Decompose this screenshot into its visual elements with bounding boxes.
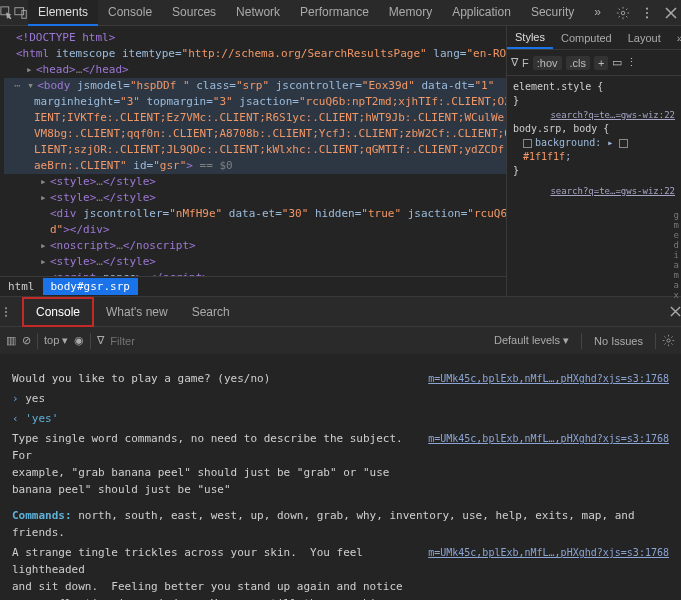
tab-console[interactable]: Console [98, 0, 162, 26]
console-line: Would you like to play a game? (yes/no) [12, 370, 414, 387]
device-toggle-icon[interactable] [14, 0, 28, 26]
source-link[interactable]: m=UMk45c,bplExb,nMfL…,pHXghd?xjs=s3:1768 [428, 430, 669, 447]
tab-more[interactable]: » [669, 28, 681, 48]
svg-point-9 [5, 314, 7, 316]
source-link[interactable]: m=UMk45c,bplExb,nMfL…,pHXghd?xjs=s3:1768 [428, 370, 669, 387]
crumb-html[interactable]: html [0, 278, 43, 295]
elements-tree[interactable]: <!DOCTYPE html> <html itemscope itemtype… [0, 26, 506, 276]
tab-network[interactable]: Network [226, 0, 290, 26]
drawer-tabs: Console What's new Search [0, 296, 681, 326]
gear-icon[interactable] [662, 334, 675, 347]
console-line: Type single word commands, no need to de… [12, 430, 414, 498]
svg-point-6 [646, 16, 648, 18]
tab-computed[interactable]: Computed [553, 28, 620, 48]
console-toolbar: ▥ ⊘ top ▾ ◉ ∇ Default levels ▾ No Issues [0, 326, 681, 354]
drawer-tab-console[interactable]: Console [22, 297, 94, 327]
sidebar-toggle-icon[interactable]: ▥ [6, 334, 16, 347]
styles-pane: Styles Computed Layout » ∇ F :hov .cls +… [506, 26, 681, 296]
filter-input[interactable] [110, 335, 190, 347]
tab-more[interactable]: » [584, 0, 611, 26]
rule-selector: body.srp, body { [513, 122, 675, 136]
add-rule-icon[interactable]: + [594, 56, 608, 70]
more-icon[interactable]: ⋮ [626, 56, 637, 69]
issues-count[interactable]: No Issues [588, 333, 649, 349]
tab-sources[interactable]: Sources [162, 0, 226, 26]
drawer-tab-whatsnew[interactable]: What's new [94, 299, 180, 325]
filter-icon[interactable]: ∇ [97, 334, 104, 347]
css-prop[interactable]: background: ▸ #1f1f1f; [513, 136, 675, 164]
brace: } [513, 164, 675, 178]
tab-security[interactable]: Security [521, 0, 584, 26]
styles-body[interactable]: element.style { } search?q=te…=gws-wiz:2… [507, 76, 681, 202]
drawer-tab-search[interactable]: Search [180, 299, 242, 325]
svg-point-5 [646, 11, 648, 13]
console-input-echo: yes [25, 392, 45, 405]
filter-icon[interactable]: ∇ [511, 56, 518, 69]
media-letters: gmediamax [674, 210, 679, 296]
svg-point-3 [621, 11, 625, 15]
tab-styles[interactable]: Styles [507, 27, 553, 49]
doctype: <!DOCTYPE html> [16, 31, 115, 44]
context-selector[interactable]: top ▾ [44, 334, 68, 347]
kebab-icon[interactable] [0, 306, 22, 318]
computed-styles-icon[interactable]: ▭ [612, 56, 622, 69]
filter-label: F [522, 57, 529, 69]
tab-layout[interactable]: Layout [620, 28, 669, 48]
svg-point-10 [667, 339, 670, 342]
devtools-toolbar: Elements Console Sources Network Perform… [0, 0, 681, 26]
brace: } [513, 94, 675, 108]
console-line: A strange tingle trickles across your sk… [12, 544, 414, 600]
svg-point-4 [646, 7, 648, 9]
element-style-selector: element.style { [513, 80, 675, 94]
tab-application[interactable]: Application [442, 0, 521, 26]
tab-performance[interactable]: Performance [290, 0, 379, 26]
main-row: <!DOCTYPE html> <html itemscope itemtype… [0, 26, 681, 296]
close-icon[interactable] [659, 0, 681, 26]
tab-memory[interactable]: Memory [379, 0, 442, 26]
kebab-icon[interactable] [635, 0, 659, 26]
tab-elements[interactable]: Elements [28, 0, 98, 26]
console-return: 'yes' [25, 412, 58, 425]
source-link[interactable]: m=UMk45c,bplExb,nMfL…,pHXghd?xjs=s3:1768 [428, 544, 669, 561]
breadcrumb[interactable]: html body#gsr.srp [0, 276, 506, 296]
inspect-icon[interactable] [0, 0, 14, 26]
styles-tabs: Styles Computed Layout » [507, 26, 681, 50]
console-line: Commands: north, south, east, west, up, … [12, 507, 669, 541]
gear-icon[interactable] [611, 0, 635, 26]
log-levels[interactable]: Default levels ▾ [488, 332, 575, 349]
svg-point-7 [5, 307, 7, 309]
rule-source-link[interactable]: search?q=te…=gws-wiz:22 [513, 184, 675, 198]
crumb-body[interactable]: body#gsr.srp [43, 278, 138, 295]
cls-toggle[interactable]: .cls [566, 56, 591, 70]
clear-console-icon[interactable]: ⊘ [22, 334, 31, 347]
svg-point-8 [5, 311, 7, 313]
styles-filter-bar: ∇ F :hov .cls + ▭ ⋮ [507, 50, 681, 76]
close-icon[interactable] [670, 306, 681, 317]
console-output[interactable]: Would you like to play a game? (yes/no) … [0, 354, 681, 600]
main-tabs: Elements Console Sources Network Perform… [28, 0, 611, 26]
eye-icon[interactable]: ◉ [74, 334, 84, 347]
hov-toggle[interactable]: :hov [533, 56, 562, 70]
rule-source-link[interactable]: search?q=te…=gws-wiz:22 [513, 108, 675, 122]
